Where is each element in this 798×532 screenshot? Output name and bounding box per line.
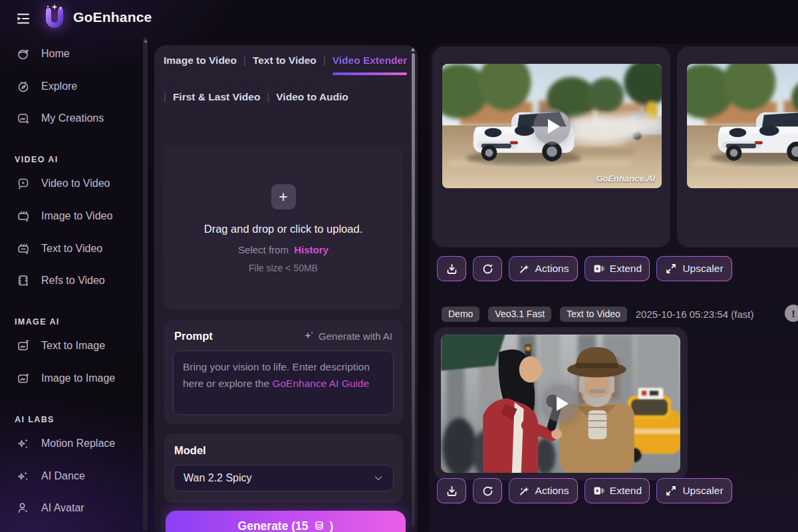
sidebar-section-title-ai-labs: AI LABS: [15, 415, 55, 424]
sidebar-item-label: Video to Video: [41, 178, 110, 190]
sidebar-item-image-to-image[interactable]: Image to Image: [0, 366, 144, 390]
sidebar-section-title-video-ai: VIDEO AI: [15, 155, 59, 164]
download-icon: [446, 485, 458, 497]
generate-label: Generate (15: [238, 519, 309, 532]
result-video-card[interactable]: [434, 327, 688, 480]
tab-separator: |: [323, 53, 326, 68]
video-thumbnail-car[interactable]: GoEnhance.AI: [442, 64, 662, 188]
badge-mode: Text to Video: [560, 307, 627, 322]
goenhance-app: GoEnhance Home Explore My Creations VIDE…: [0, 0, 798, 532]
scrollbar-up-arrow-icon: [144, 39, 148, 43]
prompt-title: Prompt: [174, 330, 213, 342]
extend-button-label: Extend: [610, 263, 642, 275]
download-button[interactable]: [437, 478, 466, 503]
generate-label-suffix: ): [330, 519, 334, 532]
extend-button[interactable]: Extend: [585, 256, 650, 281]
tab-text-to-video[interactable]: Text to Video: [253, 53, 317, 75]
prompt-input[interactable]: Bring your vision to life. Enter descrip…: [173, 350, 394, 415]
tab-label: Text to Video: [253, 53, 317, 68]
sidebar-item-label: Motion Replace: [41, 438, 115, 450]
sidebar-toggle-button[interactable]: [13, 9, 33, 29]
play-button[interactable]: [542, 385, 579, 422]
sidebar-item-my-creations[interactable]: My Creations: [0, 106, 144, 130]
sidebar-item-label: Text to Image: [41, 340, 105, 352]
sidebar-item-label: AI Dance: [41, 470, 85, 482]
goenhance-logo-icon[interactable]: [39, 3, 70, 35]
refs-to-video-icon: [16, 273, 31, 288]
regenerate-button[interactable]: [473, 256, 502, 281]
generate-button[interactable]: Generate (15 ): [166, 511, 406, 532]
text-to-video-icon: [16, 241, 31, 256]
play-button[interactable]: [533, 108, 571, 145]
motion-replace-sparkles-icon: [16, 436, 31, 451]
image-to-video-icon: [16, 209, 31, 223]
regenerate-button[interactable]: [473, 478, 502, 503]
tab-image-to-video[interactable]: Image to Video: [164, 53, 237, 75]
extend-button[interactable]: Extend: [585, 478, 650, 503]
upload-plus-icon[interactable]: +: [271, 184, 296, 209]
actions-button[interactable]: Actions: [509, 256, 578, 281]
sidebar-item-explore[interactable]: Explore: [0, 74, 144, 98]
refresh-icon: [481, 263, 494, 275]
result-meta-row: Demo Veo3.1 Fast Text to Video 2025-10-1…: [442, 305, 774, 323]
scrollbar-up-arrow-icon: [411, 47, 415, 51]
extend-frame-icon: [593, 263, 604, 275]
refresh-icon: [481, 485, 494, 497]
result-timestamp: 2025-10-16 05:23:54 (fast): [636, 309, 754, 320]
sidebar-item-refs-to-video[interactable]: Refs to Video: [0, 269, 144, 293]
history-link[interactable]: History: [294, 244, 329, 255]
text-to-image-icon: [16, 338, 31, 353]
result-video-card[interactable]: [677, 47, 798, 247]
upload-dropzone[interactable]: + Drag and drop or click to upload. Sele…: [164, 145, 403, 310]
credits-coins-icon: [313, 520, 325, 532]
upscaler-button[interactable]: Upscaler: [656, 256, 732, 281]
video-thumbnail-interview[interactable]: [441, 334, 680, 473]
sidebar-item-label: My Creations: [41, 112, 104, 124]
sidebar-item-ai-dance[interactable]: AI Dance: [0, 464, 144, 488]
sidebar-item-label: Explore: [41, 80, 77, 92]
sidebar-item-ai-avatar[interactable]: AI Avatar: [0, 496, 144, 520]
download-icon: [446, 263, 458, 275]
ai-dance-sparkles-icon: [16, 469, 31, 483]
sidebar-item-label: AI Avatar: [41, 502, 84, 514]
image-to-image-icon: [16, 371, 31, 386]
sidebar-item-text-to-video[interactable]: Text to Video: [0, 237, 144, 261]
model-select[interactable]: Wan 2.2 Spicy: [173, 465, 394, 491]
tab-video-to-audio[interactable]: Video to Audio: [276, 90, 348, 112]
model-section: Model Wan 2.2 Spicy: [164, 434, 403, 503]
sidebar-item-label: Refs to Video: [41, 275, 105, 287]
app-title: GoEnhance: [73, 9, 152, 25]
tab-first-last-video[interactable]: First & Last Video: [173, 90, 261, 112]
video-thumbnail-car-variant[interactable]: [687, 64, 798, 188]
video-to-video-icon: [16, 176, 31, 191]
sidebar-item-image-to-video[interactable]: Image to Video: [0, 204, 144, 228]
sidebar-scrollbar[interactable]: [143, 37, 148, 531]
sidebar-item-motion-replace[interactable]: Motion Replace: [0, 432, 144, 456]
composer-scrollbar[interactable]: [412, 53, 415, 527]
report-alert-button[interactable]: !: [785, 305, 798, 322]
sidebar-item-label: Image to Image: [41, 372, 115, 384]
home-icon: [16, 47, 31, 61]
model-selected-value: Wan 2.2 Spicy: [184, 472, 252, 484]
sidebar-section-title-image-ai: IMAGE AI: [15, 317, 60, 327]
sidebar-item-video-to-video[interactable]: Video to Video: [0, 172, 144, 196]
actions-button[interactable]: Actions: [509, 478, 578, 503]
prompt-section: Prompt Generate with AI Bring your visio…: [164, 320, 403, 424]
explore-compass-icon: [16, 79, 31, 94]
composer-tabs: Image to Video | Text to Video | Video E…: [164, 53, 411, 112]
ai-guide-link[interactable]: GoEnhance AI Guide: [272, 378, 369, 389]
tab-label: First & Last Video: [173, 90, 261, 104]
result-video-card[interactable]: GoEnhance.AI: [432, 47, 670, 247]
chevron-down-icon: [373, 473, 384, 483]
upscaler-button[interactable]: Upscaler: [656, 478, 732, 503]
sidebar-item-label: Image to Video: [41, 210, 112, 222]
tab-video-extender[interactable]: Video Extender: [332, 53, 408, 75]
sidebar-item-text-to-image[interactable]: Text to Image: [0, 334, 144, 358]
download-button[interactable]: [437, 256, 466, 281]
sidebar-item-home[interactable]: Home: [0, 42, 144, 66]
actions-button-label: Actions: [535, 485, 569, 497]
generate-with-ai-button[interactable]: Generate with AI: [303, 331, 392, 342]
magic-wand-icon: [518, 485, 530, 497]
menu-collapse-icon: [15, 10, 32, 27]
sidebar-item-label: Text to Video: [41, 243, 102, 255]
